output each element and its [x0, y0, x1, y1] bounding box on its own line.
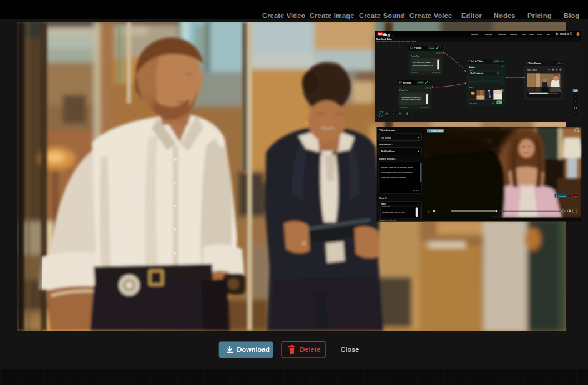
svg-text:Text to Video: Text to Video [381, 137, 391, 139]
svg-text:Create Video: Create Video [471, 34, 478, 36]
svg-text:×: × [500, 72, 501, 75]
svg-text:Loaded: Loaded [418, 82, 424, 84]
svg-text:+: + [575, 95, 576, 98]
svg-text:Blog: Blog [547, 34, 550, 36]
svg-text:Prompt Text: Prompt Text [400, 89, 409, 92]
svg-text:▶: ▶ [529, 89, 530, 91]
svg-text:306 / 3500: 306 / 3500 [413, 190, 420, 191]
svg-text:▶: ▶ [498, 102, 499, 104]
svg-text:68 characters: 68 characters [411, 72, 418, 73]
svg-text:▢: ▢ [574, 112, 576, 114]
svg-text:overall grey or monochromatic: overall grey or monochromatic [402, 101, 422, 102]
svg-text:Output: Output [469, 87, 474, 89]
svg-text:×: × [440, 47, 441, 49]
svg-text:❙❙: ❙❙ [575, 129, 578, 132]
svg-text:0:00 / 0:05: 0:00 / 0:05 [532, 89, 539, 90]
svg-text:Pricing: Pricing [537, 34, 542, 36]
svg-text:Subject 1.: Subject 1. [382, 214, 389, 215]
svg-text:▷: ▷ [428, 210, 430, 213]
svg-text:Editor: Editor [461, 12, 482, 19]
svg-text:Pricing: Pricing [527, 12, 552, 19]
svg-text:Nodes: Nodes [494, 12, 516, 19]
svg-text:Shots ⓘ: Shots ⓘ [379, 197, 387, 200]
svg-text:tailored navy blue blazer over: tailored navy blue blazer over a [413, 64, 433, 66]
svg-text:MultiCineMaster: MultiCineMaster [381, 150, 396, 153]
svg-text:Create Image: Create Image [485, 34, 493, 36]
svg-text:NUMBER OF FRAMES: 96: NUMBER OF FRAMES: 96 [379, 220, 396, 221]
svg-text:MultiCineMaster: MultiCineMaster [471, 72, 484, 75]
svg-text:Download: Download [237, 346, 270, 353]
svg-text:representation.: representation. [381, 179, 391, 180]
svg-text:100%: 100% [574, 90, 578, 92]
svg-text:Prompt: Prompt [403, 82, 411, 84]
svg-text:✓ Prompt connected: ✓ Prompt connected [471, 78, 485, 80]
svg-text:Prompt Text: Prompt Text [411, 55, 419, 57]
svg-text:Video Viewer: Video Viewer [527, 69, 537, 71]
svg-text:Shot 1: Shot 1 [381, 203, 386, 205]
svg-text:402 characters: 402 characters [400, 107, 408, 108]
svg-text:providing a medium close-up sh: providing a medium close-up shot of [382, 212, 405, 213]
svg-text:Create and connect AI generati: Create and connect AI generation nodes t… [376, 41, 417, 42]
svg-text:white silk blouse. Subject 2:: white silk blouse. Subject 2: A [413, 66, 432, 67]
svg-text:Select Generator Type: Select Generator Type [381, 133, 396, 134]
svg-text:Nodes: Nodes [529, 34, 534, 36]
svg-text:Text to Video: Text to Video [471, 60, 483, 62]
svg-text:Download: Download [559, 195, 566, 197]
svg-text:Detailed Prompt ⓘ: Detailed Prompt ⓘ [379, 157, 397, 160]
svg-text:Create Voice: Create Voice [409, 12, 452, 19]
svg-text:featuring clear imagery and na: featuring clear imagery and naturalistic [381, 177, 406, 178]
svg-text:Create Video: Create Video [262, 12, 306, 19]
svg-text:Loaded: Loaded [494, 61, 500, 62]
svg-text:−: − [575, 100, 576, 103]
svg-text:Video Generator: Video Generator [380, 129, 396, 132]
svg-text:Model: Model [469, 69, 473, 71]
svg-text:Loaded: Loaded [429, 47, 434, 49]
svg-text:Subject 1: A woman with her: Subject 1: A woman with her [413, 60, 431, 61]
svg-text:Create Sound: Create Sound [359, 12, 405, 19]
svg-text:Select Model ⓘ: Select Model ⓘ [379, 143, 394, 146]
svg-text:Refresh Status: Refresh Status [431, 130, 443, 132]
svg-text:×: × [561, 62, 562, 65]
svg-text:↻: ↻ [429, 130, 430, 132]
svg-text:Save Data Mode: Save Data Mode [421, 107, 430, 108]
svg-text:Status: Status [469, 66, 475, 69]
svg-text:←: ← [391, 33, 394, 36]
svg-text:xxx: xxx [378, 32, 383, 36]
svg-text:Create Sound: Create Sound [498, 34, 506, 36]
svg-text:Create Image: Create Image [310, 12, 355, 19]
svg-text:a soft pink floral sundress. T: a soft pink floral sundress. The whole s… [381, 169, 414, 170]
svg-text:Prompt: Prompt [414, 47, 423, 49]
svg-text:Delete: Delete [300, 346, 321, 353]
svg-text:Video Viewer: Video Viewer [529, 62, 541, 65]
svg-text:films: films [383, 32, 391, 36]
svg-text:×: × [429, 82, 431, 84]
svg-text:98111.00 ⓘ: 98111.00 ⓘ [560, 32, 572, 36]
svg-text:❙❙: ❙❙ [574, 107, 577, 109]
svg-text:Delete: Delete [574, 195, 579, 197]
svg-text:Editor: Editor [522, 34, 526, 36]
svg-text:Create Voice: Create Voice [510, 34, 518, 36]
svg-text:Close: Close [341, 346, 360, 353]
svg-text:Save Data Mode: Save Data Mode [432, 72, 441, 73]
svg-text:+599 credits: +599 credits [469, 102, 477, 104]
svg-text:Shot Prompt: Shot Prompt [382, 205, 390, 207]
svg-text:0:02 / 0:05: 0:02 / 0:05 [440, 211, 448, 213]
svg-text:✓ Negative Prompt connected: ✓ Negative Prompt connected [471, 83, 491, 85]
svg-text:Blog: Blog [564, 12, 579, 19]
svg-text:×: × [504, 60, 505, 62]
